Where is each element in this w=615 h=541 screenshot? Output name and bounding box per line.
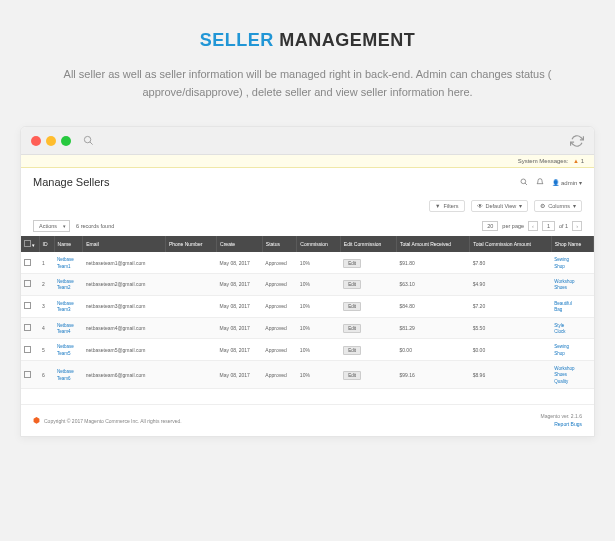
sysmsg-count: 1 [581,158,584,164]
sellers-table: ▾IDNameEmailPhone NumberCreateStatusComm… [21,236,594,389]
maximize-dot[interactable] [61,136,71,146]
cell-total-received: $84.80 [396,295,469,317]
records-found: 6 records found [76,223,114,229]
cell-phone [165,361,216,389]
search-icon[interactable] [520,178,528,186]
row-checkbox[interactable] [24,280,31,287]
close-dot[interactable] [31,136,41,146]
shop-name-link[interactable]: SewingShop [554,257,569,268]
seller-name-link[interactable]: NetbaseTeam5 [57,344,74,355]
col-header[interactable]: Total Amount Received [396,236,469,252]
cell-create: May 08, 2017 [217,273,263,295]
url-search[interactable] [83,135,570,146]
cell-create: May 08, 2017 [217,252,263,273]
action-row: Actions 6 records found 20 per page ‹ 1 … [21,216,594,236]
shop-name-link[interactable]: WorkshopShoesQuality [554,366,574,384]
cell-create: May 08, 2017 [217,295,263,317]
actions-dropdown[interactable]: Actions [33,220,70,232]
edit-commission-button[interactable]: Edit [343,280,361,289]
cell-status: Approved [262,295,297,317]
col-header[interactable]: Name [54,236,83,252]
cell-email: netbaseteam3@gmail.com [83,295,166,317]
cell-id: 1 [39,252,54,273]
report-bugs-link[interactable]: Report Bugs [541,421,582,429]
cell-id: 5 [39,339,54,361]
minimize-dot[interactable] [46,136,56,146]
shop-name-link[interactable]: StyleClock [554,323,565,334]
version-label: Magento ver. 2.1.6 [541,413,582,421]
magento-logo-icon: ⬢ [33,416,40,425]
cell-create: May 08, 2017 [217,339,263,361]
seller-name-link[interactable]: NetbaseTeam2 [57,279,74,290]
page-footer: ⬢ Copyright © 2017 Magento Commerce Inc.… [21,404,594,436]
edit-commission-button[interactable]: Edit [343,346,361,355]
col-header[interactable]: Create [217,236,263,252]
bell-icon[interactable] [536,178,544,186]
next-page[interactable]: › [572,221,582,231]
prev-page[interactable]: ‹ [528,221,538,231]
seller-name-link[interactable]: NetbaseTeam6 [57,369,74,380]
select-all-checkbox[interactable] [24,240,31,247]
row-checkbox[interactable] [24,346,31,353]
cell-commission: 10% [297,361,340,389]
window-titlebar [21,127,594,155]
cell-email: netbaseteam2@gmail.com [83,273,166,295]
cell-id: 3 [39,295,54,317]
shop-name-link[interactable]: SewingShop [554,344,569,355]
cell-status: Approved [262,273,297,295]
perpage-input[interactable]: 20 [482,221,498,231]
seller-name-link[interactable]: NetbaseTeam4 [57,323,74,334]
perpage-label: per page [502,223,524,229]
row-checkbox[interactable] [24,259,31,266]
table-row: 4NetbaseTeam4netbaseteam4@gmail.comMay 0… [21,317,594,339]
search-icon [83,135,94,146]
col-header[interactable]: ID [39,236,54,252]
edit-commission-button[interactable]: Edit [343,302,361,311]
col-header[interactable]: Total Commission Amount [470,236,552,252]
admin-menu[interactable]: 👤 admin ▾ [552,179,582,186]
col-header[interactable]: Shop Name [551,236,593,252]
hero-description: All seller as well as seller information… [20,66,595,101]
cell-email: netbaseteam4@gmail.com [83,317,166,339]
sysmsg-label: System Messages: [518,158,569,164]
title-accent: SELLER [200,30,274,50]
cell-total-received: $99.16 [396,361,469,389]
page-of: of 1 [559,223,568,229]
row-checkbox[interactable] [24,371,31,378]
col-header[interactable]: Phone Number [165,236,216,252]
cell-create: May 08, 2017 [217,361,263,389]
filters-button[interactable]: ▼ Filters [429,200,464,212]
refresh-icon[interactable] [570,134,584,148]
hero-title: SELLER MANAGEMENT [20,30,595,51]
seller-name-link[interactable]: NetbaseTeam1 [57,257,74,268]
col-header[interactable]: Commission [297,236,340,252]
cell-email: netbaseteam6@gmail.com [83,361,166,389]
seller-name-link[interactable]: NetbaseTeam3 [57,301,74,312]
svg-point-2 [521,179,526,184]
row-checkbox[interactable] [24,302,31,309]
col-header[interactable]: Email [83,236,166,252]
col-header[interactable]: Edit Commission [340,236,396,252]
row-checkbox[interactable] [24,324,31,331]
edit-commission-button[interactable]: Edit [343,259,361,268]
edit-commission-button[interactable]: Edit [343,324,361,333]
cell-commission: 10% [297,317,340,339]
cell-total-commission: $4.90 [470,273,552,295]
table-row: 1NetbaseTeam1netbaseteam1@gmail.comMay 0… [21,252,594,273]
table-row: 5NetbaseTeam5netbaseteam5@gmail.comMay 0… [21,339,594,361]
cell-total-received: $0.00 [396,339,469,361]
shop-name-link[interactable]: WorkshopShoes [554,279,574,290]
edit-commission-button[interactable]: Edit [343,371,361,380]
page-input[interactable]: 1 [542,221,555,231]
col-header[interactable]: ▾ [21,236,39,252]
shop-name-link[interactable]: BeautifulBag [554,301,572,312]
default-view-button[interactable]: 👁 Default View ▾ [471,200,529,212]
cell-id: 6 [39,361,54,389]
cell-total-received: $81.29 [396,317,469,339]
columns-button[interactable]: ⚙ Columns ▾ [534,200,582,212]
cell-phone [165,252,216,273]
cell-phone [165,339,216,361]
svg-line-1 [90,142,93,145]
svg-line-3 [525,183,527,185]
col-header[interactable]: Status [262,236,297,252]
